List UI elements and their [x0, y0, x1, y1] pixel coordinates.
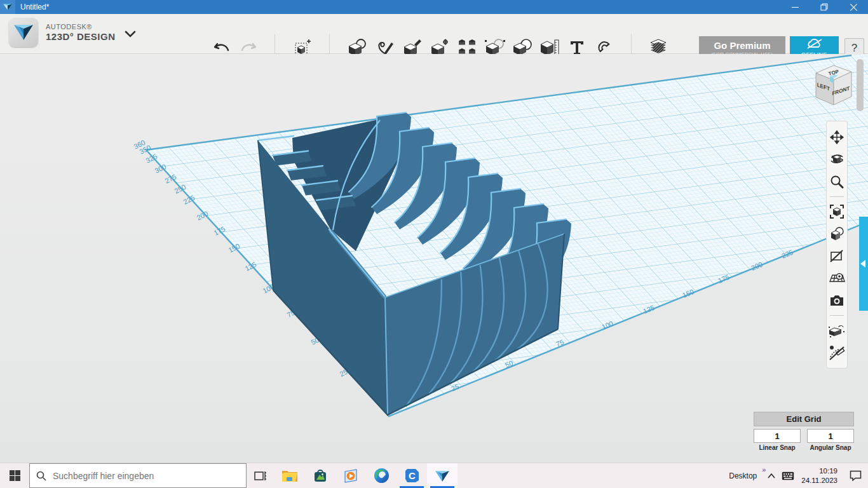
- file-explorer-icon: [281, 469, 298, 483]
- toolbar-overflow-chevron[interactable]: »: [762, 466, 766, 473]
- linear-snap-label: Linear Snap: [754, 444, 801, 451]
- restore-button[interactable]: [810, 0, 839, 14]
- edit-grid-panel: Edit Grid Linear Snap Angular Snap: [754, 412, 854, 451]
- taskbar-app-movies-tv[interactable]: [336, 463, 366, 488]
- app-logo-icon: [9, 18, 38, 47]
- minimize-button[interactable]: [780, 0, 810, 14]
- windows-taskbar: C Desktop » 10:19 24.11.2023: [0, 463, 868, 488]
- title-bar: Untitled*: [0, 0, 868, 14]
- shading-icon[interactable]: [828, 224, 846, 243]
- app-menu-chevron-icon[interactable]: [125, 29, 136, 41]
- desktop-toolbar-label[interactable]: Desktop »: [722, 471, 763, 480]
- go-premium-title: Go Premium: [699, 40, 785, 51]
- collapsed-panel-handle[interactable]: [859, 217, 868, 311]
- task-view-button[interactable]: [247, 463, 275, 488]
- ruler-toggle-icon[interactable]: [828, 343, 846, 362]
- cloud-offline-icon: [806, 39, 824, 49]
- taskbar-app-store[interactable]: [305, 463, 336, 488]
- svg-text:C: C: [409, 470, 416, 481]
- taskbar-app-edge[interactable]: [366, 463, 397, 488]
- linear-snap-input[interactable]: [754, 429, 801, 443]
- angular-snap-input[interactable]: [807, 429, 854, 443]
- taskbar-search[interactable]: [29, 463, 247, 488]
- app-window-icon: [0, 0, 15, 14]
- orbit-icon[interactable]: [828, 150, 846, 169]
- taskbar-app-cura[interactable]: C: [397, 463, 427, 488]
- zoom-icon[interactable]: [828, 172, 846, 191]
- close-button[interactable]: [839, 0, 868, 14]
- clock-date: 24.11.2023: [801, 476, 837, 485]
- viewcube-home-bar[interactable]: [857, 59, 864, 111]
- taskbar-app-123d-design[interactable]: [427, 463, 458, 488]
- window-title: Untitled*: [20, 3, 49, 11]
- taskbar-clock[interactable]: 10:19 24.11.2023: [796, 466, 843, 485]
- pan-icon[interactable]: [828, 128, 846, 147]
- search-icon: [36, 471, 46, 481]
- cura-icon: C: [404, 468, 420, 484]
- snap-toggle-icon[interactable]: [828, 321, 846, 340]
- scene-canvas[interactable]: 3603503253002752502252001751501251007550…: [0, 54, 868, 463]
- angular-snap-label: Angular Snap: [807, 444, 854, 451]
- touch-keyboard-icon[interactable]: [780, 463, 796, 488]
- edge-icon: [374, 468, 390, 484]
- movies-tv-icon: [343, 468, 358, 484]
- windows-logo-icon: [10, 470, 20, 481]
- brand-line2: 123D° DESIGN: [46, 31, 116, 42]
- fit-view-icon[interactable]: [828, 202, 846, 221]
- rightbar-separator: [830, 315, 844, 316]
- sketch-visibility-icon[interactable]: [828, 247, 846, 266]
- clock-time: 10:19: [801, 466, 837, 476]
- view-cube[interactable]: TOP LEFT FRONT: [808, 60, 858, 116]
- view-navigation-toolbar: [826, 121, 848, 369]
- app-brand: AUTODESK® 123D° DESIGN: [9, 18, 116, 47]
- rightbar-separator: [830, 196, 844, 197]
- search-input[interactable]: [53, 471, 231, 481]
- grid-visibility-icon[interactable]: [828, 269, 846, 288]
- action-center-icon[interactable]: [843, 463, 868, 488]
- taskbar-app-file-explorer[interactable]: [275, 463, 305, 488]
- 3d-viewport[interactable]: 3603503253002752502252001751501251007550…: [0, 54, 868, 463]
- store-icon: [313, 468, 328, 484]
- start-button[interactable]: [0, 463, 29, 488]
- screenshot-icon[interactable]: [828, 291, 846, 310]
- main-toolbar: AUTODESK® 123D° DESIGN: [0, 14, 868, 54]
- brand-line1: AUTODESK®: [46, 23, 116, 31]
- edit-grid-button[interactable]: Edit Grid: [754, 412, 854, 426]
- 123d-design-icon: [434, 469, 451, 483]
